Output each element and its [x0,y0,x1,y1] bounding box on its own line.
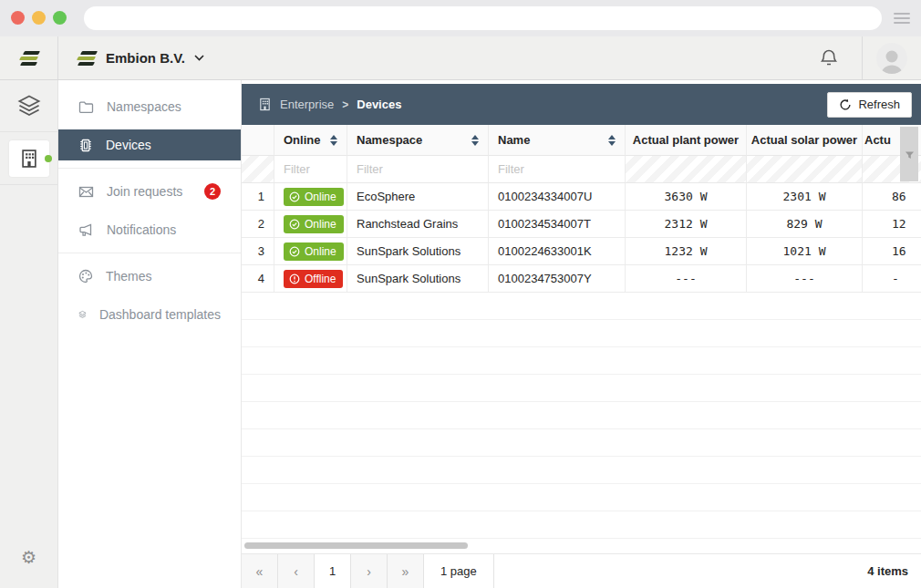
previous-page-button[interactable]: ‹ [278,554,315,588]
icon-rail: ⚙ [0,80,58,588]
close-window-button[interactable] [11,11,25,25]
sort-icon[interactable] [330,135,337,146]
clipped-cell: - [863,265,921,293]
sidebar-divider [58,253,241,253]
minimize-window-button[interactable] [32,11,46,25]
bell-icon [820,48,838,68]
namespace-cell: SunSpark Solutions [347,265,489,293]
table-row[interactable]: 2 Online Ranchstead Grains 0100234534007… [242,211,921,238]
filter-cell-name [489,156,626,183]
column-header-index [242,125,274,156]
table-row[interactable]: 4 Offline SunSpark Solutions 01002347530… [242,265,921,293]
current-page-button[interactable]: 1 [315,554,351,588]
row-index: 1 [242,183,274,211]
clipped-cell: 16 [863,238,921,265]
refresh-button[interactable]: Refresh [827,92,912,118]
rail-item-enterprise[interactable] [0,132,57,185]
last-page-button[interactable]: » [388,554,424,588]
column-header-name[interactable]: Name [489,125,626,156]
sidebar-item-themes[interactable]: Themes [58,261,241,292]
row-index: 3 [242,238,274,265]
sort-icon[interactable] [608,135,616,146]
address-bar[interactable] [84,6,882,30]
horizontal-scrollbar-thumb[interactable] [244,542,468,549]
app-logo[interactable] [0,36,58,79]
name-cell: 0100234534007T [489,211,626,238]
column-header-online[interactable]: Online [274,125,347,156]
rail-active-indicator [9,140,49,177]
org-switcher[interactable]: Embion B.V. [58,50,204,66]
table-row[interactable]: 3 Online SunSpark Solutions 010022463300… [242,238,921,265]
solar-power-cell: 1021 W [747,238,863,265]
breadcrumb: Enterprise > Devices Refresh [242,84,921,125]
person-icon [876,46,907,74]
notifications-bell-button[interactable] [796,36,862,79]
column-header-namespace[interactable]: Namespace [347,125,489,156]
items-count-label: 4 items [867,554,921,588]
solar-power-cell: 829 W [747,211,863,238]
empty-row [242,511,921,539]
sidebar-item-notifications[interactable]: Notifications [58,214,241,245]
column-header-solar-power[interactable]: Actual solar power [747,125,863,156]
join-requests-badge: 2 [204,183,221,200]
first-page-button[interactable]: « [242,554,278,588]
sidebar-item-dashboard-templates[interactable]: Dashboard templates [58,299,241,330]
online-status-dot [45,155,52,162]
table-filter-row [242,156,921,183]
refresh-icon [839,98,852,111]
sidebar-divider [58,168,241,169]
embion-logo-icon [77,51,97,66]
online-filter-input[interactable] [284,162,337,176]
settings-gear-icon[interactable]: ⚙ [0,547,57,568]
status-badge: Online [284,215,344,233]
next-page-button[interactable]: › [351,554,388,588]
breadcrumb-enterprise[interactable]: Enterprise [280,98,334,111]
pagination-bar: « ‹ 1 › » 1 page 4 items [242,553,921,588]
column-header-plant-power[interactable]: Actual plant power [626,125,747,156]
sidebar-item-label: Notifications [107,222,221,237]
rail-item-namespaces[interactable] [0,80,57,132]
name-cell: 0100234334007U [489,183,626,211]
table-filter-control[interactable] [900,127,918,181]
empty-row [242,293,921,320]
devices-table: Online Namespace Name Actual plant power [242,125,921,539]
filter-cell-disabled [626,156,747,183]
table-row[interactable]: 1 Online EcoSphere 0100234334007U 3630 W… [242,183,921,211]
sidebar-item-devices[interactable]: Devices [58,129,241,160]
plant-power-cell: --- [626,265,747,293]
empty-row [242,429,921,457]
sidebar-item-label: Namespaces [107,99,221,114]
browser-menu-icon[interactable] [894,13,910,24]
row-index: 4 [242,265,274,293]
maximize-window-button[interactable] [53,11,67,25]
empty-row [242,320,921,347]
sidebar-item-label: Devices [106,138,221,152]
plant-power-cell: 2312 W [626,211,747,238]
status-cell: Offline [274,265,347,293]
empty-row [242,347,921,375]
sidebar-item-namespaces[interactable]: Namespaces [58,91,241,122]
chip-icon [78,138,93,153]
main-content: Enterprise > Devices Refresh [242,80,921,588]
page-count-label: 1 page [424,554,494,588]
embion-logo-icon [19,51,39,66]
chevron-down-icon [194,55,204,61]
status-cell: Online [274,211,347,238]
plant-power-cell: 3630 W [626,183,747,211]
horizontal-scrollbar [242,539,921,553]
empty-row [242,484,921,511]
screen: Embion B.V. [0,0,921,588]
org-name: Embion B.V. [106,50,185,66]
window-controls [11,11,67,25]
user-avatar[interactable] [863,36,921,79]
sidebar-item-label: Dashboard templates [99,307,221,322]
sort-icon[interactable] [471,135,479,146]
clipped-cell: 12 [863,211,921,238]
exclamation-circle-icon [289,273,300,284]
name-filter-input[interactable] [498,162,616,176]
funnel-icon [905,150,915,160]
breadcrumb-separator: > [342,98,348,111]
namespace-filter-input[interactable] [357,162,479,176]
megaphone-icon [78,223,94,237]
sidebar-item-join-requests[interactable]: Join requests 2 [58,176,241,207]
